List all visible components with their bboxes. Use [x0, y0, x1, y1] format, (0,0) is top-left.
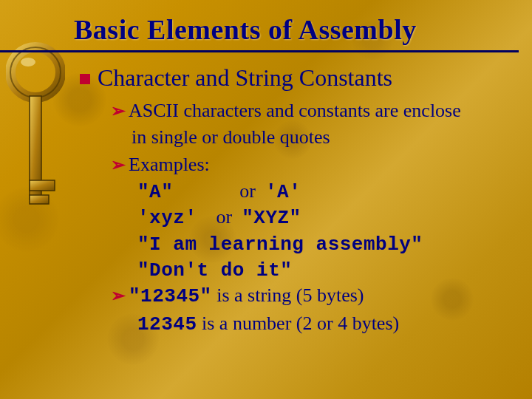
examples-label: Examples:: [129, 154, 210, 175]
or-text: or: [239, 180, 256, 202]
bullet-examples: ➢Examples:: [0, 152, 532, 177]
arrow-icon: ➢: [111, 155, 126, 174]
bullet-ascii: ➢ASCII characters and constants are encl…: [0, 98, 532, 123]
slide-content: Basic Elements of Assembly Character and…: [0, 0, 532, 337]
code-A-sq: 'A': [265, 181, 301, 203]
bullet-string-number: ➢"12345" is a string (5 bytes): [0, 283, 532, 309]
ascii-line2: in single or double quotes: [132, 126, 330, 148]
number-desc: is a number (2 or 4 bytes): [197, 313, 400, 334]
bullet-lvl1: Character and String Constants: [0, 63, 532, 92]
or-text: or: [216, 206, 233, 228]
arrow-icon: ➢: [111, 101, 126, 120]
square-bullet-icon: [80, 74, 90, 84]
code-learning: "I am learning assembly": [137, 233, 423, 256]
string-desc: is a string (5 bytes): [212, 284, 364, 306]
code-dont: "Don't do it": [137, 259, 292, 282]
example-row-2: 'xyz'or "XYZ": [0, 205, 532, 231]
bullet-ascii-cont: in single or double quotes: [0, 125, 532, 150]
code-12345-num: 12345: [137, 313, 197, 335]
ascii-line1: ASCII characters and constants are enclo…: [129, 100, 461, 121]
arrow-icon: ➢: [111, 286, 126, 305]
code-xyz-sq: 'xyz': [137, 207, 197, 229]
lvl1-text: Character and String Constants: [98, 64, 392, 91]
code-XYZ-dq: "XYZ": [242, 207, 301, 229]
code-A-dq: "A": [137, 181, 173, 203]
slide-title: Basic Elements of Assembly: [0, 13, 519, 52]
code-12345-str: "12345": [129, 285, 212, 307]
example-row-3: "I am learning assembly": [0, 231, 532, 257]
example-row-1: "A"or 'A': [0, 179, 532, 205]
example-row-4: "Don't do it": [0, 257, 532, 283]
number-line: 12345 is a number (2 or 4 bytes): [0, 311, 532, 337]
